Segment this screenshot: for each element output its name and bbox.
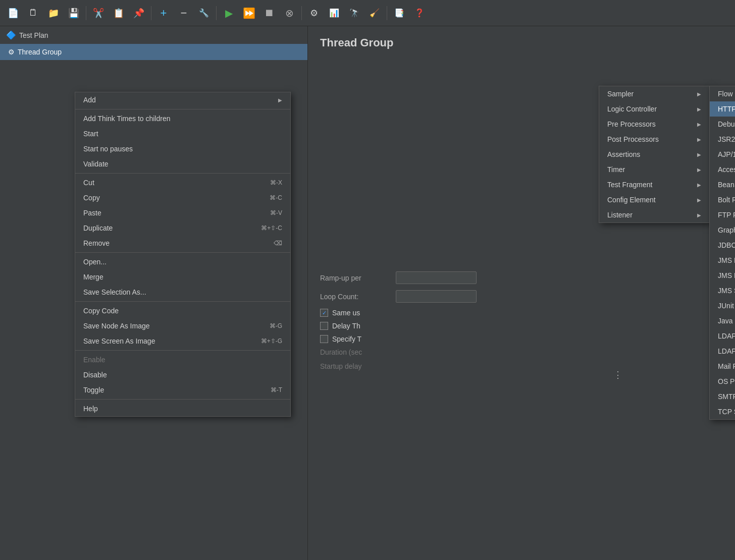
menu-l3-access-log-sampler[interactable]: Access Log Sampler: [710, 162, 735, 177]
menu-l3-http-request[interactable]: HTTP Request: [710, 101, 735, 117]
menu-item-remove[interactable]: Remove ⌫: [75, 236, 290, 251]
menu-l3-os-process-sampler[interactable]: OS Process Sampler: [710, 374, 735, 389]
menu-l3-jms-subscriber[interactable]: JMS Subscriber: [710, 283, 735, 298]
menu-item-save-selection[interactable]: Save Selection As...: [75, 285, 290, 300]
menu-item-add[interactable]: Add ▶: [75, 92, 290, 107]
menu-l3-ajp-sampler[interactable]: AJP/1.3 Sampler: [710, 147, 735, 162]
binoculars-button[interactable]: 🔭: [345, 4, 363, 22]
menu-item-save-screen-image[interactable]: Save Screen As Image ⌘+⇧-G: [75, 333, 290, 349]
same-user-row: Same us: [320, 309, 723, 317]
menu-l3-mail-reader-sampler[interactable]: Mail Reader Sampler: [710, 359, 735, 374]
test-plan-icon: 🔷: [6, 30, 16, 40]
menu-l3-junit-request[interactable]: JUnit Request: [710, 298, 735, 313]
context-menu-level3: Flow Control Action HTTP Request Debug S…: [709, 86, 735, 420]
menu-l3-tcp-sampler[interactable]: TCP Sampler: [710, 404, 735, 419]
menu-item-start-no-pauses[interactable]: Start no pauses: [75, 141, 290, 156]
menu-item-help-label: Help: [83, 405, 98, 413]
context-menu-level1: Add ▶ Add Think Times to children Start …: [75, 92, 291, 417]
menu-l2-timer[interactable]: Timer ▶: [599, 162, 709, 177]
menu-sep-6: [75, 399, 290, 400]
menu-l2-test-fragment-label: Test Fragment: [607, 181, 652, 189]
dots-button[interactable]: ⋮: [613, 369, 622, 380]
new-button[interactable]: 📄: [4, 4, 22, 22]
copy-button[interactable]: 📋: [110, 4, 128, 22]
delay-checkbox[interactable]: [320, 322, 328, 330]
templates-button[interactable]: 🗒: [24, 4, 42, 22]
cut-button[interactable]: ✂️: [89, 4, 108, 22]
menu-item-cut[interactable]: Cut ⌘-X: [75, 175, 290, 190]
menu-l2-post-processors-label: Post Processors: [607, 135, 659, 143]
menu-item-copy-code[interactable]: Copy Code: [75, 303, 290, 318]
menu-l2-post-processors[interactable]: Post Processors ▶: [599, 132, 709, 147]
menu-item-help[interactable]: Help: [75, 401, 290, 416]
menu-l3-ldap-extended-request[interactable]: LDAP Extended Request: [710, 328, 735, 344]
browse-button[interactable]: 🔧: [195, 4, 213, 22]
menu-l3-java-request[interactable]: Java Request: [710, 313, 735, 328]
help-button[interactable]: ❓: [410, 4, 429, 22]
menu-l3-ftp-request[interactable]: FTP Request: [710, 207, 735, 222]
menu-l2-sampler[interactable]: Sampler ▶: [599, 86, 709, 101]
menu-l3-ftp-request-label: FTP Request: [718, 211, 735, 219]
menu-item-toggle[interactable]: Toggle ⌘-T: [75, 382, 290, 398]
menu-l3-smtp-sampler[interactable]: SMTP Sampler: [710, 389, 735, 404]
startup-delay-row: Startup delay: [320, 362, 723, 370]
menu-item-add-arrow: ▶: [278, 97, 282, 103]
menu-l2-listener-arrow: ▶: [697, 212, 701, 218]
add-button[interactable]: +: [154, 4, 173, 22]
same-user-checkbox[interactable]: [320, 309, 328, 317]
menu-l3-flow-control-action[interactable]: Flow Control Action: [710, 86, 735, 101]
menu-item-disable[interactable]: Disable: [75, 367, 290, 382]
settings-button[interactable]: ⚙: [305, 4, 323, 22]
menu-l2-timer-arrow: ▶: [697, 167, 701, 173]
menu-item-add-think-times[interactable]: Add Think Times to children: [75, 111, 290, 126]
tree-item-test-plan[interactable]: 🔷 Test Plan: [0, 26, 307, 44]
menu-item-copy[interactable]: Copy ⌘-C: [75, 190, 290, 205]
start-nopause-button[interactable]: ⏩: [240, 4, 258, 22]
menu-l3-tcp-sampler-label: TCP Sampler: [718, 408, 735, 416]
menu-l3-graphql-http-request-label: GraphQL HTTP Request: [718, 226, 735, 234]
menu-l3-bolt-request[interactable]: Bolt Request: [710, 192, 735, 207]
menu-l2-assertions[interactable]: Assertions ▶: [599, 147, 709, 162]
menu-l3-jdbc-request[interactable]: JDBC Request: [710, 238, 735, 253]
ramp-up-input[interactable]: [396, 271, 477, 284]
report-button[interactable]: 📊: [325, 4, 343, 22]
specify-checkbox[interactable]: [320, 335, 328, 343]
loop-count-input[interactable]: [396, 290, 477, 303]
broom-button[interactable]: 🧹: [365, 4, 384, 22]
menu-l2-pre-processors[interactable]: Pre Processors ▶: [599, 117, 709, 132]
menu-l3-debug-sampler[interactable]: Debug Sampler: [710, 117, 735, 132]
menu-l2-assertions-label: Assertions: [607, 150, 640, 158]
menu-item-open[interactable]: Open...: [75, 254, 290, 269]
tree-item-thread-group[interactable]: ⚙ Thread Group: [0, 44, 307, 60]
clear-button[interactable]: ⊗: [280, 4, 298, 22]
right-panel: Thread Group Stop Thread Ramp-up per Loo…: [308, 26, 735, 560]
open-button[interactable]: 📁: [44, 4, 63, 22]
functions-button[interactable]: 📑: [390, 4, 408, 22]
menu-l3-graphql-http-request[interactable]: GraphQL HTTP Request: [710, 222, 735, 238]
menu-item-merge[interactable]: Merge: [75, 269, 290, 285]
thread-group-icon: ⚙: [8, 48, 15, 56]
start-button[interactable]: ▶: [220, 4, 238, 22]
save-button[interactable]: 💾: [65, 4, 83, 22]
menu-l2-listener[interactable]: Listener ▶: [599, 207, 709, 222]
menu-l3-ldap-request[interactable]: LDAP Request: [710, 344, 735, 359]
menu-l3-ldap-extended-request-label: LDAP Extended Request: [718, 332, 735, 340]
menu-l3-access-log-sampler-label: Access Log Sampler: [718, 165, 735, 174]
paste-button[interactable]: 📌: [130, 4, 148, 22]
remove-button[interactable]: −: [175, 4, 193, 22]
menu-item-save-node-image[interactable]: Save Node As Image ⌘-G: [75, 318, 290, 333]
menu-l3-beanshell-sampler[interactable]: BeanShell Sampler: [710, 177, 735, 192]
menu-l2-test-fragment[interactable]: Test Fragment ▶: [599, 177, 709, 192]
menu-l2-listener-label: Listener: [607, 211, 633, 219]
menu-item-duplicate[interactable]: Duplicate ⌘+⇧-C: [75, 220, 290, 236]
menu-item-start[interactable]: Start: [75, 126, 290, 141]
menu-l3-jsr223-sampler[interactable]: JSR223 Sampler: [710, 132, 735, 147]
menu-item-paste[interactable]: Paste ⌘-V: [75, 205, 290, 220]
menu-l2-logic-controller[interactable]: Logic Controller ▶: [599, 101, 709, 117]
menu-l3-jms-point-to-point[interactable]: JMS Point-to-Point: [710, 253, 735, 268]
menu-l3-jms-subscriber-label: JMS Subscriber: [718, 287, 735, 295]
menu-l3-jms-publisher[interactable]: JMS Publisher: [710, 268, 735, 283]
menu-item-validate[interactable]: Validate: [75, 156, 290, 172]
stop-button[interactable]: ⏹: [260, 4, 278, 22]
menu-l2-config-element[interactable]: Config Element ▶: [599, 192, 709, 207]
